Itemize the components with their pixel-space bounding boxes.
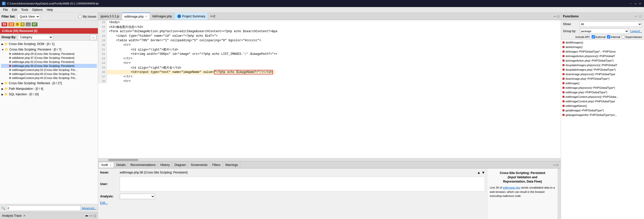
tab-overflow[interactable]: >>2 bbox=[208, 14, 217, 19]
line-num-30: 30 bbox=[98, 43, 107, 47]
severity-critical-badge[interactable]: 55 bbox=[2, 22, 7, 26]
audit-nav-down[interactable]: ▼ bbox=[481, 170, 485, 174]
sort-button[interactable]: ↑↓ bbox=[90, 34, 96, 40]
func-dot-15 bbox=[562, 105, 565, 107]
external-checkbox[interactable] bbox=[592, 35, 595, 38]
search-input[interactable] bbox=[6, 205, 81, 211]
trace-nav-back[interactable]: ⬅ bbox=[85, 214, 88, 218]
superclasses-checkbox[interactable] bbox=[622, 35, 625, 38]
functions-panel-minimize[interactable]: ─ bbox=[634, 15, 638, 18]
tree-item-2[interactable]: editAdmin.php:37 (Cross-Site Scripting: … bbox=[1, 56, 97, 60]
audit-edit-link[interactable]: Edit... bbox=[100, 201, 108, 205]
severity-dots-badge[interactable]: ... bbox=[26, 22, 31, 26]
audit-right-link[interactable]: editImage.php bbox=[503, 186, 520, 189]
menu-help[interactable]: Help bbox=[45, 8, 55, 12]
maximize-panel-btn[interactable]: □ bbox=[557, 15, 559, 18]
group-by-select[interactable]: Category bbox=[18, 34, 53, 40]
audit-tab-details[interactable]: Details bbox=[114, 162, 128, 167]
func-item-8[interactable]: downImage.php(once)(~PHPGlobalType bbox=[561, 72, 644, 76]
audit-tab-screenshots[interactable]: Screenshots bbox=[189, 162, 210, 167]
menu-tools[interactable]: Tools bbox=[19, 8, 30, 12]
audit-tab-history[interactable]: History bbox=[158, 162, 172, 167]
tree-category-sql-header[interactable]: ▶ 📁 SQL Injection - [0 / 16] bbox=[1, 92, 97, 97]
tab-listimages[interactable]: listImages.php bbox=[150, 13, 175, 20]
audit-tab-diagram[interactable]: Diagram bbox=[173, 162, 188, 167]
functions-panel-maximize[interactable]: □ bbox=[639, 15, 642, 18]
func-item-15[interactable]: editImageName() bbox=[561, 104, 644, 108]
tree-category-xss-dom-header[interactable]: ▶ 📁 Cross-Site Scripting: DOM - [0 / 1] bbox=[1, 42, 97, 46]
menu-file[interactable]: File bbox=[1, 8, 10, 12]
audit-tab-close-icon[interactable]: ✕ bbox=[110, 164, 112, 166]
audit-tab-filters[interactable]: Filters bbox=[210, 162, 223, 167]
scrollbar-h-thumb[interactable] bbox=[108, 159, 138, 161]
filter-set-select[interactable]: Quick View bbox=[17, 14, 40, 19]
trace-nav-box[interactable]: □ bbox=[94, 214, 96, 218]
tree-category-xss-persistent-header[interactable]: ▼ 📁 Cross-Site Scripting: Persistent - [… bbox=[1, 47, 97, 52]
tree-item-1[interactable]: editAdmin.php:29 (Cross-Site Scripting: … bbox=[1, 52, 97, 56]
internal-checkbox[interactable] bbox=[607, 35, 610, 38]
audit-scrollbar[interactable] bbox=[558, 168, 561, 219]
tree-item-4[interactable]: editImage.php:36 (Cross-Site Scripting: … bbox=[1, 64, 97, 68]
include-api-label: Include API: bbox=[575, 35, 590, 38]
tree-item-7[interactable]: editImageContent.php:44 (Cross-Site Scri… bbox=[1, 76, 97, 80]
menu-options[interactable]: Options bbox=[30, 8, 45, 12]
func-item-5[interactable]: doImageAction.php(~PHPGlobalType*) bbox=[561, 58, 644, 63]
audit-analysis-select[interactable] bbox=[120, 194, 155, 199]
func-item-3[interactable]: delimage(~PHPGlobalType*, ~PHPGene bbox=[561, 49, 644, 54]
legend-link[interactable]: Legend... bbox=[630, 30, 642, 33]
tree-item-5[interactable]: editImageContent.php:32 (Cross-Site Scri… bbox=[1, 68, 97, 72]
minimize-btn[interactable]: ─ bbox=[629, 2, 633, 6]
code-highlight-box: "<?php echo $imageName?>"/></td> bbox=[214, 70, 273, 74]
close-btn[interactable]: ✕ bbox=[638, 2, 642, 6]
tree-category-xss-reflected-header[interactable]: ▶ 📁 Cross-Site Scripting: Reflected - [0… bbox=[1, 81, 97, 85]
severity-info-badge[interactable]: 67 bbox=[32, 22, 37, 26]
tab-jquery[interactable]: jquery.3.3.1.js bbox=[98, 13, 122, 20]
restore-btn[interactable]: ▭ bbox=[633, 2, 637, 6]
func-item-10[interactable]: editImage() bbox=[561, 81, 644, 85]
search-bar: 🔍 Advanced... bbox=[0, 204, 98, 212]
audit-tab-bar-controls: ─ □ bbox=[552, 163, 560, 167]
trace-nav-minus[interactable]: ─ bbox=[90, 214, 92, 218]
tab-project-summary[interactable]: 🔵 Project Summary bbox=[175, 13, 208, 20]
audit-maximize-btn[interactable]: □ bbox=[556, 163, 558, 167]
func-item-12[interactable]: editImage.php(~PHPGlobalType*) bbox=[561, 90, 644, 95]
severity-high-badge[interactable]: 12 bbox=[8, 22, 14, 26]
func-dot-5 bbox=[562, 60, 565, 62]
audit-nav-up[interactable]: ▲ bbox=[477, 170, 480, 174]
filter-set-label: Filter Set: bbox=[2, 15, 15, 18]
func-item-7[interactable]: doupdateImages.php(~PHPGlobalType*) bbox=[561, 67, 644, 72]
tab-editimage-close[interactable]: ✕ bbox=[145, 15, 147, 18]
minimize-panel-btn[interactable]: ─ bbox=[554, 15, 556, 18]
func-item-6[interactable]: doupdateImages.php(once)(~PHPGlobalT bbox=[561, 63, 644, 67]
severity-low-badge[interactable]: 0 bbox=[20, 22, 25, 26]
tree-category-path: ▶ 📁 Path Manipulation - [0 / 4] bbox=[0, 86, 98, 92]
func-item-9[interactable]: downImage.php(~PHPGlobalType*) bbox=[561, 76, 644, 81]
tab-editimage[interactable]: editImage.php ✕ bbox=[122, 13, 150, 20]
functions-groupby-select[interactable]: package bbox=[580, 28, 629, 34]
func-item-16[interactable]: getallimage(~PHPGlobalType*) bbox=[561, 108, 644, 113]
severity-medium-badge[interactable]: 0 bbox=[15, 22, 20, 26]
audit-minimize-btn[interactable]: ─ bbox=[553, 163, 555, 167]
func-item-4[interactable]: doImageAction.php(once)(~PHPGlobalT bbox=[561, 54, 644, 58]
audit-tab-recommendations[interactable]: Recommendations bbox=[128, 162, 158, 167]
audit-user-label: User: bbox=[100, 182, 118, 186]
tree-category-path-header[interactable]: ▶ 📁 Path Manipulation - [0 / 4] bbox=[1, 86, 97, 91]
critical-header-text: Critical (55) Removed (0) bbox=[2, 29, 37, 33]
func-item-11[interactable]: editImage.php(once)(~PHPGlobalType*) bbox=[561, 85, 644, 90]
func-item-17[interactable]: getpageimageinfo(~PHPGlobalType*pro... bbox=[561, 113, 644, 117]
trace-close-icon[interactable]: ✕ bbox=[23, 214, 26, 217]
code-scrollbar-h[interactable] bbox=[98, 158, 561, 161]
func-item-13[interactable]: editImageContent.php(once)(~PHPGloba... bbox=[561, 95, 644, 99]
advanced-link[interactable]: Advanced... bbox=[82, 207, 96, 210]
audit-tab-warnings[interactable]: Warnings bbox=[223, 162, 240, 167]
tree-item-6[interactable]: editImageContent.php:40 (Cross-Site Scri… bbox=[1, 72, 97, 76]
code-editor[interactable]: 25 <body> 26 <h3>修改图片信息</h3> 27 <form ac… bbox=[98, 20, 561, 158]
functions-show-select[interactable]: All bbox=[580, 21, 642, 27]
tree-item-3[interactable]: editImage.php:32 (Cross-Site Scripting: … bbox=[1, 60, 97, 64]
menu-edit[interactable]: Edit bbox=[10, 8, 19, 12]
func-item-2[interactable]: deleteImage() bbox=[561, 45, 644, 49]
func-item-14[interactable]: editImageContent.php(~PHPGlobalType bbox=[561, 99, 644, 104]
audit-tab-audit[interactable]: Audit ✕ bbox=[99, 162, 114, 167]
func-item-1[interactable]: delAllImages() bbox=[561, 40, 644, 45]
my-issues-checkbox[interactable] bbox=[78, 15, 82, 18]
